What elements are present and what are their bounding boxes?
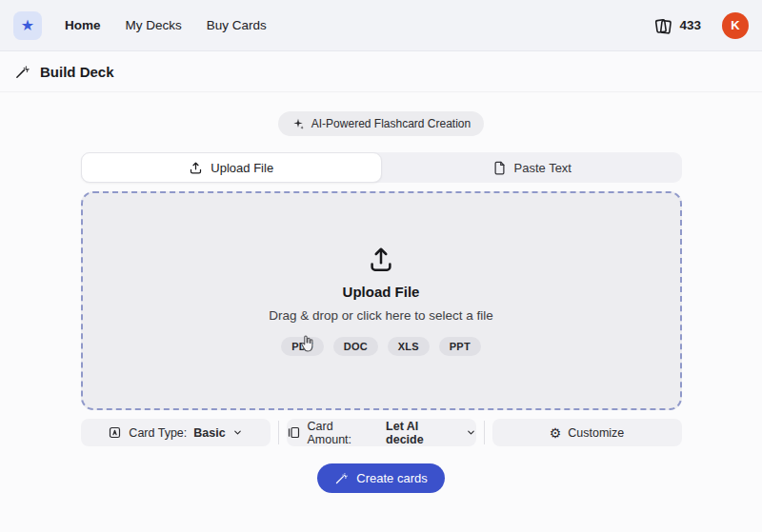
file-type-pill-xls: XLS xyxy=(388,337,430,356)
nav-link-home[interactable]: Home xyxy=(65,18,101,32)
tab-label: Upload File xyxy=(211,161,273,175)
file-text-icon xyxy=(492,161,507,175)
nav-links: Home My Decks Buy Cards xyxy=(65,18,267,32)
page-header: Build Deck xyxy=(0,51,762,92)
gear-icon: ⚙ xyxy=(550,426,562,440)
cards-icon xyxy=(653,16,672,35)
file-dropzone[interactable]: Upload File Drag & drop or click here to… xyxy=(81,191,682,410)
upload-icon xyxy=(367,246,395,274)
card-type-label: Card Type: xyxy=(129,426,187,440)
nav-right: 433 K xyxy=(653,12,749,39)
card-amount-label: Card Amount: xyxy=(308,420,380,446)
credits-count: 433 xyxy=(679,18,701,32)
sparkles-icon xyxy=(291,117,305,130)
badge-label: AI-Powered Flashcard Creation xyxy=(311,117,471,130)
tab-label: Paste Text xyxy=(514,161,572,175)
nav-link-my-decks[interactable]: My Decks xyxy=(126,18,182,32)
upload-icon xyxy=(189,161,203,175)
card-stack-icon xyxy=(287,425,301,440)
main-content: AI-Powered Flashcard Creation Upload Fil… xyxy=(81,111,682,493)
flashcard-icon xyxy=(108,425,122,440)
create-cards-label: Create cards xyxy=(356,471,427,485)
top-navigation: ★ Home My Decks Buy Cards 433 K xyxy=(0,0,762,51)
wand-icon xyxy=(14,64,30,80)
credits-counter[interactable]: 433 xyxy=(653,16,701,35)
card-type-select[interactable]: Card Type: Basic xyxy=(81,419,271,446)
customize-label: Customize xyxy=(568,426,624,440)
divider xyxy=(484,421,485,444)
avatar[interactable]: K xyxy=(722,12,749,39)
dropzone-title: Upload File xyxy=(343,284,420,300)
app-logo[interactable]: ★ xyxy=(13,11,42,40)
page-title: Build Deck xyxy=(40,64,114,80)
hand-pointer-cursor-icon xyxy=(298,334,315,354)
tab-upload-file[interactable]: Upload File xyxy=(81,152,383,183)
badge-row: AI-Powered Flashcard Creation xyxy=(81,111,682,136)
deck-options-row: Card Type: Basic Card Amount: Let AI dec… xyxy=(81,419,682,446)
nav-link-buy-cards[interactable]: Buy Cards xyxy=(207,18,267,32)
input-mode-tabs: Upload File Paste Text xyxy=(81,152,682,183)
file-type-pill-ppt: PPT xyxy=(439,337,481,356)
ai-feature-badge: AI-Powered Flashcard Creation xyxy=(278,111,484,136)
file-type-pill-doc: DOC xyxy=(333,337,378,356)
card-amount-select[interactable]: Card Amount: Let AI decide xyxy=(287,419,476,446)
avatar-initial: K xyxy=(731,18,739,32)
star-icon: ★ xyxy=(21,16,34,34)
wand-icon xyxy=(334,471,349,485)
card-type-value: Basic xyxy=(193,426,225,440)
card-amount-value: Let AI decide xyxy=(386,420,458,446)
divider xyxy=(278,421,279,444)
chevron-down-icon xyxy=(232,427,243,438)
customize-button[interactable]: ⚙ Customize xyxy=(492,419,682,446)
chevron-down-icon xyxy=(466,427,476,438)
create-cards-button[interactable]: Create cards xyxy=(317,463,444,493)
dropzone-subtitle: Drag & drop or click here to select a fi… xyxy=(269,308,493,323)
create-row: Create cards xyxy=(81,463,682,493)
tab-paste-text[interactable]: Paste Text xyxy=(382,152,682,183)
